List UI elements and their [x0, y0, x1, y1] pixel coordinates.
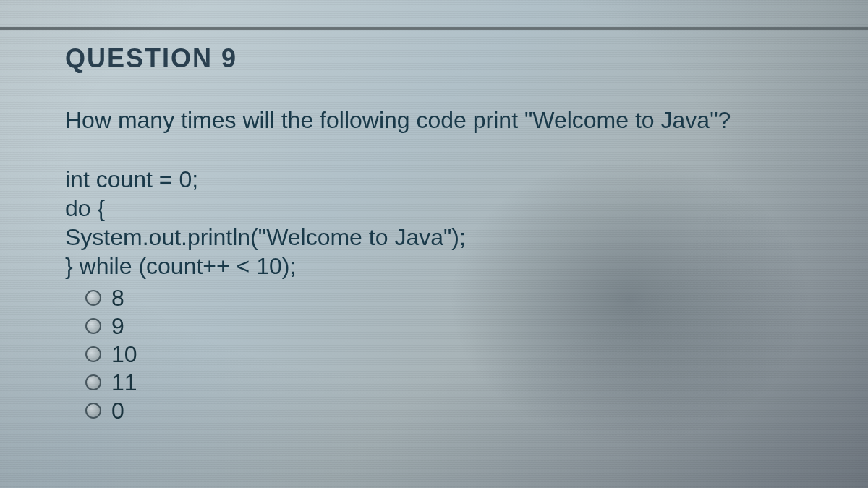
code-line: System.out.println("Welcome to Java"); — [65, 224, 466, 250]
code-line: do { — [65, 195, 105, 221]
code-line: int count = 0; — [65, 166, 198, 192]
option-row: 0 — [85, 398, 803, 424]
code-line: } while (count++ < 10); — [65, 253, 296, 279]
option-row: 8 — [85, 285, 803, 312]
question-block: QUESTION 9 How many times will the follo… — [0, 0, 868, 424]
option-row: 9 — [85, 313, 803, 340]
radio-button[interactable] — [85, 346, 101, 362]
question-prompt: How many times will the following code p… — [65, 106, 803, 136]
question-heading: QUESTION 9 — [65, 43, 803, 74]
option-label: 8 — [111, 285, 124, 312]
divider-rule — [0, 27, 868, 30]
radio-button[interactable] — [85, 374, 101, 390]
option-label: 11 — [111, 369, 137, 396]
option-row: 11 — [85, 369, 803, 396]
code-snippet: int count = 0; do { System.out.println("… — [65, 165, 803, 281]
answer-options: 8 9 10 11 0 — [85, 285, 803, 424]
option-label: 10 — [111, 341, 137, 368]
option-label: 9 — [111, 313, 124, 340]
radio-button[interactable] — [85, 403, 101, 419]
radio-button[interactable] — [85, 318, 101, 334]
option-row: 10 — [85, 341, 803, 368]
option-label: 0 — [111, 398, 124, 424]
radio-button[interactable] — [85, 290, 101, 306]
